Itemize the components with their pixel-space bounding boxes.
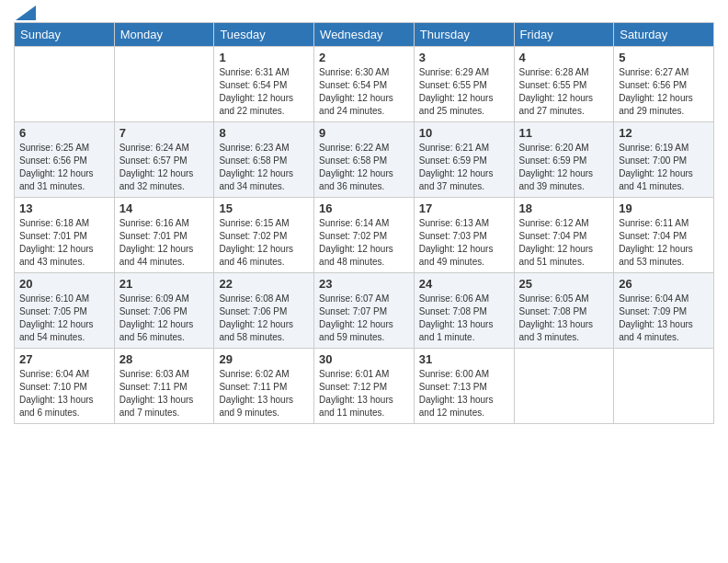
weekday-header: Wednesday — [314, 23, 415, 47]
calendar-week-row: 13Sunrise: 6:18 AM Sunset: 7:01 PM Dayli… — [15, 198, 714, 273]
calendar-cell: 25Sunrise: 6:05 AM Sunset: 7:08 PM Dayli… — [514, 273, 614, 349]
day-content: Sunrise: 6:09 AM Sunset: 7:06 PM Dayligh… — [119, 293, 210, 344]
day-content: Sunrise: 6:23 AM Sunset: 6:58 PM Dayligh… — [219, 142, 309, 193]
day-content: Sunrise: 6:16 AM Sunset: 7:01 PM Dayligh… — [119, 217, 210, 269]
calendar-cell: 12Sunrise: 6:19 AM Sunset: 7:00 PM Dayli… — [614, 122, 714, 198]
day-number: 27 — [19, 352, 109, 366]
calendar-cell: 1Sunrise: 6:31 AM Sunset: 6:54 PM Daylig… — [214, 47, 314, 122]
calendar-cell: 24Sunrise: 6:06 AM Sunset: 7:08 PM Dayli… — [414, 273, 514, 349]
day-number: 19 — [619, 201, 709, 215]
day-content: Sunrise: 6:11 AM Sunset: 7:04 PM Dayligh… — [619, 217, 709, 269]
weekday-header: Tuesday — [214, 23, 314, 47]
calendar-cell: 23Sunrise: 6:07 AM Sunset: 7:07 PM Dayli… — [314, 273, 415, 349]
day-content: Sunrise: 6:19 AM Sunset: 7:00 PM Dayligh… — [619, 142, 709, 193]
day-number: 21 — [119, 277, 210, 291]
calendar-table: SundayMondayTuesdayWednesdayThursdayFrid… — [14, 22, 714, 424]
calendar-cell — [15, 47, 115, 122]
calendar-cell: 15Sunrise: 6:15 AM Sunset: 7:02 PM Dayli… — [214, 198, 314, 273]
day-content: Sunrise: 6:30 AM Sunset: 6:54 PM Dayligh… — [319, 66, 409, 118]
day-content: Sunrise: 6:12 AM Sunset: 7:04 PM Dayligh… — [519, 217, 609, 269]
calendar-cell: 26Sunrise: 6:04 AM Sunset: 7:09 PM Dayli… — [614, 273, 714, 349]
calendar-cell — [614, 349, 714, 424]
weekday-header: Friday — [514, 23, 614, 47]
day-content: Sunrise: 6:04 AM Sunset: 7:10 PM Dayligh… — [19, 368, 109, 419]
weekday-header: Sunday — [15, 23, 115, 47]
calendar-cell: 31Sunrise: 6:00 AM Sunset: 7:13 PM Dayli… — [414, 349, 514, 424]
calendar-cell — [514, 349, 614, 424]
svg-marker-0 — [16, 6, 36, 20]
day-number: 4 — [519, 51, 609, 64]
day-content: Sunrise: 6:07 AM Sunset: 7:07 PM Dayligh… — [319, 293, 409, 344]
day-number: 5 — [619, 51, 709, 64]
calendar-cell: 13Sunrise: 6:18 AM Sunset: 7:01 PM Dayli… — [15, 198, 115, 273]
day-number: 11 — [519, 126, 609, 140]
calendar-cell: 21Sunrise: 6:09 AM Sunset: 7:06 PM Dayli… — [114, 273, 214, 349]
day-content: Sunrise: 6:24 AM Sunset: 6:57 PM Dayligh… — [119, 142, 210, 193]
calendar-cell: 22Sunrise: 6:08 AM Sunset: 7:06 PM Dayli… — [214, 273, 314, 349]
day-content: Sunrise: 6:31 AM Sunset: 6:54 PM Dayligh… — [219, 66, 309, 118]
day-number: 6 — [19, 126, 109, 140]
calendar-cell: 16Sunrise: 6:14 AM Sunset: 7:02 PM Dayli… — [314, 198, 415, 273]
calendar-cell: 7Sunrise: 6:24 AM Sunset: 6:57 PM Daylig… — [114, 122, 214, 198]
day-content: Sunrise: 6:10 AM Sunset: 7:05 PM Dayligh… — [19, 293, 109, 344]
calendar-cell: 8Sunrise: 6:23 AM Sunset: 6:58 PM Daylig… — [214, 122, 314, 198]
day-number: 17 — [419, 201, 509, 215]
day-content: Sunrise: 6:03 AM Sunset: 7:11 PM Dayligh… — [119, 368, 210, 419]
logo — [14, 9, 36, 15]
calendar-week-row: 27Sunrise: 6:04 AM Sunset: 7:10 PM Dayli… — [15, 349, 714, 424]
day-content: Sunrise: 6:28 AM Sunset: 6:55 PM Dayligh… — [519, 66, 609, 118]
day-content: Sunrise: 6:29 AM Sunset: 6:55 PM Dayligh… — [419, 66, 509, 118]
calendar-cell: 6Sunrise: 6:25 AM Sunset: 6:56 PM Daylig… — [15, 122, 115, 198]
calendar-cell: 27Sunrise: 6:04 AM Sunset: 7:10 PM Dayli… — [15, 349, 115, 424]
calendar-cell: 11Sunrise: 6:20 AM Sunset: 6:59 PM Dayli… — [514, 122, 614, 198]
day-content: Sunrise: 6:18 AM Sunset: 7:01 PM Dayligh… — [19, 217, 109, 269]
day-number: 28 — [119, 352, 210, 366]
day-number: 22 — [219, 277, 309, 291]
header-row: SundayMondayTuesdayWednesdayThursdayFrid… — [15, 23, 714, 47]
day-number: 23 — [319, 277, 409, 291]
calendar-cell: 4Sunrise: 6:28 AM Sunset: 6:55 PM Daylig… — [514, 47, 614, 122]
calendar-cell: 30Sunrise: 6:01 AM Sunset: 7:12 PM Dayli… — [314, 349, 415, 424]
day-content: Sunrise: 6:14 AM Sunset: 7:02 PM Dayligh… — [319, 217, 409, 269]
calendar-week-row: 6Sunrise: 6:25 AM Sunset: 6:56 PM Daylig… — [15, 122, 714, 198]
day-number: 10 — [419, 126, 509, 140]
day-content: Sunrise: 6:21 AM Sunset: 6:59 PM Dayligh… — [419, 142, 509, 193]
weekday-header: Monday — [114, 23, 214, 47]
day-content: Sunrise: 6:05 AM Sunset: 7:08 PM Dayligh… — [519, 293, 609, 344]
calendar-cell: 18Sunrise: 6:12 AM Sunset: 7:04 PM Dayli… — [514, 198, 614, 273]
day-content: Sunrise: 6:00 AM Sunset: 7:13 PM Dayligh… — [419, 368, 509, 419]
day-number: 12 — [619, 126, 709, 140]
header — [14, 9, 714, 15]
day-number: 25 — [519, 277, 609, 291]
day-content: Sunrise: 6:06 AM Sunset: 7:08 PM Dayligh… — [419, 293, 509, 344]
calendar-cell: 29Sunrise: 6:02 AM Sunset: 7:11 PM Dayli… — [214, 349, 314, 424]
day-content: Sunrise: 6:02 AM Sunset: 7:11 PM Dayligh… — [219, 368, 309, 419]
day-number: 15 — [219, 201, 309, 215]
calendar-cell — [114, 47, 214, 122]
day-number: 26 — [619, 277, 709, 291]
calendar-cell: 19Sunrise: 6:11 AM Sunset: 7:04 PM Dayli… — [614, 198, 714, 273]
day-number: 30 — [319, 352, 409, 366]
calendar-cell: 20Sunrise: 6:10 AM Sunset: 7:05 PM Dayli… — [15, 273, 115, 349]
weekday-header: Saturday — [614, 23, 714, 47]
day-number: 3 — [419, 51, 509, 64]
day-content: Sunrise: 6:13 AM Sunset: 7:03 PM Dayligh… — [419, 217, 509, 269]
calendar-cell: 10Sunrise: 6:21 AM Sunset: 6:59 PM Dayli… — [414, 122, 514, 198]
calendar-cell: 17Sunrise: 6:13 AM Sunset: 7:03 PM Dayli… — [414, 198, 514, 273]
calendar-week-row: 1Sunrise: 6:31 AM Sunset: 6:54 PM Daylig… — [15, 47, 714, 122]
calendar-cell: 28Sunrise: 6:03 AM Sunset: 7:11 PM Dayli… — [114, 349, 214, 424]
calendar-cell: 9Sunrise: 6:22 AM Sunset: 6:58 PM Daylig… — [314, 122, 415, 198]
day-content: Sunrise: 6:08 AM Sunset: 7:06 PM Dayligh… — [219, 293, 309, 344]
day-number: 14 — [119, 201, 210, 215]
day-number: 13 — [19, 201, 109, 215]
day-number: 20 — [19, 277, 109, 291]
calendar-week-row: 20Sunrise: 6:10 AM Sunset: 7:05 PM Dayli… — [15, 273, 714, 349]
day-number: 16 — [319, 201, 409, 215]
page: SundayMondayTuesdayWednesdayThursdayFrid… — [0, 0, 728, 563]
calendar-cell: 14Sunrise: 6:16 AM Sunset: 7:01 PM Dayli… — [114, 198, 214, 273]
day-content: Sunrise: 6:22 AM Sunset: 6:58 PM Dayligh… — [319, 142, 409, 193]
calendar-cell: 5Sunrise: 6:27 AM Sunset: 6:56 PM Daylig… — [614, 47, 714, 122]
day-number: 18 — [519, 201, 609, 215]
weekday-header: Thursday — [414, 23, 514, 47]
calendar-cell: 3Sunrise: 6:29 AM Sunset: 6:55 PM Daylig… — [414, 47, 514, 122]
